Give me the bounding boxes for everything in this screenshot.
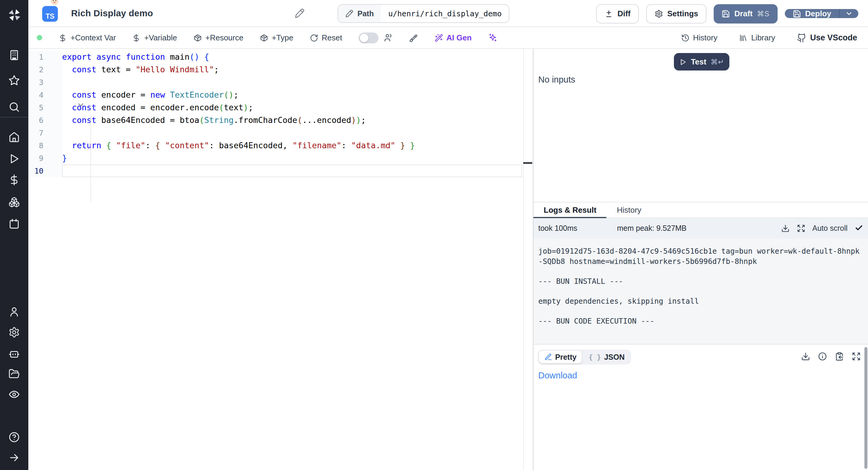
line-number: 6 [28, 114, 62, 127]
folder-open-icon [8, 368, 20, 379]
code-line-content[interactable]: export async function main() { [62, 51, 533, 63]
editor-scrollbar[interactable] [523, 49, 533, 470]
right-panel: Test ⌘↵ No inputs Logs & Result History … [533, 49, 868, 470]
expand-result-icon[interactable] [852, 352, 861, 361]
sidebar-item-workspace[interactable] [0, 46, 28, 64]
line-number: 8 [28, 139, 62, 152]
format-button[interactable] [409, 33, 418, 42]
code-line-content[interactable] [62, 76, 533, 89]
info-icon[interactable] [818, 352, 827, 361]
sidebar-item-help[interactable] [0, 428, 28, 446]
add-context-var-button[interactable]: +Context Var [59, 33, 116, 42]
sidebar-item-workers[interactable] [0, 344, 28, 362]
package-icon [193, 33, 202, 42]
edit-summary-pencil-icon[interactable] [295, 8, 304, 20]
result-view-switch: Pretty { } JSON [538, 349, 631, 365]
use-vscode-label: Use VScode [810, 33, 857, 42]
cursor-position-mark [523, 162, 532, 164]
test-button[interactable]: Test ⌘↵ [674, 53, 730, 70]
draft-button[interactable]: Draft ⌘S [714, 4, 778, 23]
code-line-content[interactable]: const base64Encoded = btoa(String.fromCh… [62, 114, 533, 127]
job-logs[interactable]: job=01912d75-163d-8204-47c9-5469c516cb1e… [533, 239, 868, 344]
play-icon [8, 153, 20, 164]
deploy-dropdown-button[interactable] [840, 9, 858, 18]
log-actions: Auto scroll [781, 223, 868, 233]
toolbar-right: History Library Use VScode [681, 33, 868, 42]
history-button[interactable]: History [681, 33, 718, 42]
code-line-3[interactable]: 3 [28, 76, 533, 89]
pretty-view-button[interactable]: Pretty [539, 351, 582, 363]
download-result-icon[interactable] [801, 352, 810, 361]
code-line-8[interactable]: 8 return { "file": { "content": base64En… [28, 139, 533, 152]
sidebar-expand-button[interactable] [0, 448, 28, 466]
sidebar-item-search[interactable] [0, 98, 28, 116]
add-resource-button[interactable]: +Resource [193, 33, 243, 42]
sidebar-item-audit-logs[interactable] [0, 385, 28, 403]
line-number: 4 [28, 89, 62, 101]
ai-gen-button[interactable]: AI Gen [434, 33, 472, 42]
history-label: History [693, 33, 718, 42]
code-editor[interactable]: 1export async function main() {2 const t… [28, 49, 533, 470]
add-variable-button[interactable]: +Variable [132, 33, 177, 42]
download-result-link[interactable]: Download [538, 371, 577, 380]
code-line-6[interactable]: 6 const base64Encoded = btoa(String.from… [28, 114, 533, 127]
windmill-logo-icon[interactable] [0, 6, 28, 24]
code-line-content[interactable]: const text = "Hello Windmill"; [62, 63, 533, 76]
path-label: Path [358, 9, 374, 18]
use-vscode-button[interactable]: Use VScode [797, 33, 857, 42]
logs-tabs: Logs & Result History [533, 202, 868, 218]
test-shortcut: ⌘↵ [711, 58, 724, 66]
code-line-5[interactable]: 5 const encoded = encoder.encode(text); [28, 101, 533, 114]
add-type-button[interactable]: +Type [260, 33, 293, 42]
sidebar-item-favorites[interactable] [0, 71, 28, 89]
code-line-content[interactable]: const encoded = encoder.encode(text); [62, 101, 533, 114]
code-line-10[interactable]: 10 [28, 164, 533, 177]
result-actions [801, 352, 861, 361]
tab-logs-result[interactable]: Logs & Result [533, 202, 607, 218]
line-number: 7 [28, 127, 62, 139]
sidebar-item-runs[interactable] [0, 150, 28, 167]
collab-toggle[interactable] [358, 32, 378, 43]
sidebar-divider [0, 117, 28, 118]
typescript-badge: TS [42, 6, 58, 22]
tab-history[interactable]: History [607, 202, 652, 218]
sidebar-item-schedules[interactable] [0, 215, 28, 232]
panel-splitter[interactable] [533, 49, 533, 470]
json-view-button[interactable]: { } JSON [583, 351, 630, 363]
code-line-content[interactable] [62, 127, 533, 139]
path-field[interactable]: Path u/henri/rich_display_demo [338, 4, 510, 23]
sidebar-item-variables[interactable] [0, 170, 28, 189]
sidebar-item-folders[interactable] [0, 365, 28, 383]
library-label: Library [751, 33, 775, 42]
copy-result-icon[interactable] [835, 352, 844, 361]
code-line-7[interactable]: 7 [28, 127, 533, 139]
dollar-icon [59, 33, 67, 42]
code-line-content[interactable]: } [62, 152, 533, 164]
code-line-4[interactable]: 4 const encoder = new TextEncoder(); [28, 89, 533, 101]
code-line-content[interactable] [62, 164, 522, 177]
deploy-button[interactable]: Deploy [784, 9, 839, 18]
code-line-content[interactable]: const encoder = new TextEncoder(); [62, 89, 533, 101]
fold-chevron-icon[interactable] [77, 101, 84, 110]
sidebar-item-users[interactable] [0, 303, 28, 320]
download-logs-icon[interactable] [781, 224, 789, 232]
auto-scroll-check-icon[interactable] [855, 223, 863, 233]
ai-sparkles-button[interactable] [488, 33, 497, 42]
library-button[interactable]: Library [739, 33, 775, 42]
play-icon [679, 58, 687, 65]
code-line-9[interactable]: 9} [28, 152, 533, 164]
result-scrollbar[interactable] [864, 347, 867, 469]
code-line-content[interactable]: return { "file": { "content": base64Enco… [62, 139, 533, 152]
reset-button[interactable]: Reset [310, 33, 342, 42]
auto-scroll-label[interactable]: Auto scroll [812, 224, 847, 232]
settings-button[interactable]: Settings [646, 4, 707, 23]
history-icon [681, 33, 689, 42]
deploy-split-button: Deploy [784, 9, 858, 18]
diff-button[interactable]: Diff [596, 4, 639, 23]
expand-logs-icon[interactable] [797, 224, 805, 232]
sidebar-item-settings[interactable] [0, 323, 28, 341]
sidebar-item-resources[interactable] [0, 193, 28, 211]
sidebar-item-home[interactable] [0, 128, 28, 146]
code-line-1[interactable]: 1export async function main() { [28, 51, 533, 63]
code-line-2[interactable]: 2 const text = "Hello Windmill"; [28, 63, 533, 76]
